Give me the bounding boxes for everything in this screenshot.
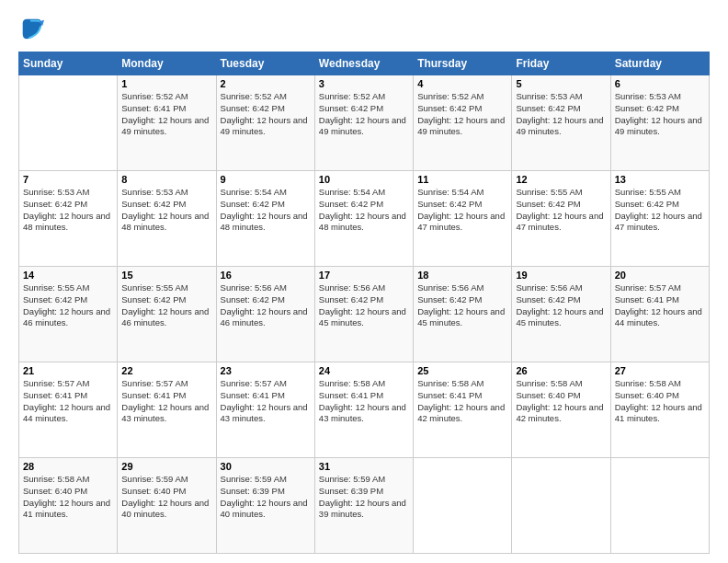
day-cell: 14Sunrise: 5:55 AM Sunset: 6:42 PM Dayli… bbox=[19, 267, 118, 362]
header-row: SundayMondayTuesdayWednesdayThursdayFrid… bbox=[19, 52, 710, 75]
day-info: Sunrise: 5:57 AM Sunset: 6:41 PM Dayligh… bbox=[121, 378, 211, 425]
header bbox=[18, 17, 710, 42]
day-info: Sunrise: 5:53 AM Sunset: 6:42 PM Dayligh… bbox=[615, 91, 705, 138]
day-cell: 2Sunrise: 5:52 AM Sunset: 6:42 PM Daylig… bbox=[216, 75, 314, 171]
day-number: 13 bbox=[615, 174, 705, 185]
day-number: 31 bbox=[319, 461, 409, 472]
day-info: Sunrise: 5:56 AM Sunset: 6:42 PM Dayligh… bbox=[221, 282, 311, 329]
day-cell: 17Sunrise: 5:56 AM Sunset: 6:42 PM Dayli… bbox=[314, 267, 413, 362]
day-cell: 4Sunrise: 5:52 AM Sunset: 6:42 PM Daylig… bbox=[414, 75, 512, 171]
day-cell bbox=[19, 75, 118, 171]
day-number: 14 bbox=[23, 270, 113, 281]
day-cell: 27Sunrise: 5:58 AM Sunset: 6:40 PM Dayli… bbox=[610, 362, 709, 458]
day-info: Sunrise: 5:55 AM Sunset: 6:42 PM Dayligh… bbox=[23, 282, 113, 329]
day-number: 23 bbox=[221, 365, 311, 376]
header-day-sunday: Sunday bbox=[19, 52, 118, 75]
day-number: 5 bbox=[516, 78, 606, 89]
day-cell bbox=[610, 458, 709, 554]
day-info: Sunrise: 5:57 AM Sunset: 6:41 PM Dayligh… bbox=[615, 282, 705, 329]
day-info: Sunrise: 5:57 AM Sunset: 6:41 PM Dayligh… bbox=[221, 378, 311, 425]
week-row-1: 1Sunrise: 5:52 AM Sunset: 6:41 PM Daylig… bbox=[19, 75, 710, 171]
day-cell: 21Sunrise: 5:57 AM Sunset: 6:41 PM Dayli… bbox=[19, 362, 118, 458]
page: SundayMondayTuesdayWednesdayThursdayFrid… bbox=[0, 0, 728, 563]
day-cell bbox=[512, 458, 610, 554]
calendar-header: SundayMondayTuesdayWednesdayThursdayFrid… bbox=[19, 52, 710, 75]
day-number: 22 bbox=[121, 365, 211, 376]
day-info: Sunrise: 5:59 AM Sunset: 6:39 PM Dayligh… bbox=[319, 474, 409, 521]
header-day-tuesday: Tuesday bbox=[216, 52, 314, 75]
day-info: Sunrise: 5:52 AM Sunset: 6:42 PM Dayligh… bbox=[319, 91, 409, 138]
day-info: Sunrise: 5:57 AM Sunset: 6:41 PM Dayligh… bbox=[23, 378, 113, 425]
day-cell: 10Sunrise: 5:54 AM Sunset: 6:42 PM Dayli… bbox=[314, 171, 413, 267]
day-info: Sunrise: 5:53 AM Sunset: 6:42 PM Dayligh… bbox=[23, 187, 113, 234]
day-cell: 8Sunrise: 5:53 AM Sunset: 6:42 PM Daylig… bbox=[118, 171, 216, 267]
day-number: 1 bbox=[121, 78, 211, 89]
day-number: 27 bbox=[615, 365, 705, 376]
day-cell: 30Sunrise: 5:59 AM Sunset: 6:39 PM Dayli… bbox=[216, 458, 314, 554]
day-cell: 7Sunrise: 5:53 AM Sunset: 6:42 PM Daylig… bbox=[19, 171, 118, 267]
day-number: 9 bbox=[221, 174, 311, 185]
header-day-friday: Friday bbox=[512, 52, 610, 75]
day-cell: 6Sunrise: 5:53 AM Sunset: 6:42 PM Daylig… bbox=[610, 75, 709, 171]
day-info: Sunrise: 5:56 AM Sunset: 6:42 PM Dayligh… bbox=[319, 282, 409, 329]
day-number: 16 bbox=[221, 270, 311, 281]
day-info: Sunrise: 5:58 AM Sunset: 6:40 PM Dayligh… bbox=[516, 378, 606, 425]
day-info: Sunrise: 5:55 AM Sunset: 6:42 PM Dayligh… bbox=[516, 187, 606, 234]
day-number: 18 bbox=[417, 270, 507, 281]
day-cell: 12Sunrise: 5:55 AM Sunset: 6:42 PM Dayli… bbox=[512, 171, 610, 267]
day-info: Sunrise: 5:54 AM Sunset: 6:42 PM Dayligh… bbox=[221, 187, 311, 234]
day-cell: 13Sunrise: 5:55 AM Sunset: 6:42 PM Dayli… bbox=[610, 171, 709, 267]
day-number: 17 bbox=[319, 270, 409, 281]
day-cell: 22Sunrise: 5:57 AM Sunset: 6:41 PM Dayli… bbox=[118, 362, 216, 458]
day-cell: 19Sunrise: 5:56 AM Sunset: 6:42 PM Dayli… bbox=[512, 267, 610, 362]
day-info: Sunrise: 5:58 AM Sunset: 6:41 PM Dayligh… bbox=[319, 378, 409, 425]
day-info: Sunrise: 5:52 AM Sunset: 6:42 PM Dayligh… bbox=[417, 91, 507, 138]
day-cell: 29Sunrise: 5:59 AM Sunset: 6:40 PM Dayli… bbox=[118, 458, 216, 554]
day-cell: 9Sunrise: 5:54 AM Sunset: 6:42 PM Daylig… bbox=[216, 171, 314, 267]
day-number: 21 bbox=[23, 365, 113, 376]
day-number: 24 bbox=[319, 365, 409, 376]
day-info: Sunrise: 5:55 AM Sunset: 6:42 PM Dayligh… bbox=[615, 187, 705, 234]
header-day-thursday: Thursday bbox=[414, 52, 512, 75]
day-number: 8 bbox=[121, 174, 211, 185]
day-number: 26 bbox=[516, 365, 606, 376]
day-info: Sunrise: 5:58 AM Sunset: 6:41 PM Dayligh… bbox=[417, 378, 507, 425]
day-number: 7 bbox=[23, 174, 113, 185]
day-cell: 16Sunrise: 5:56 AM Sunset: 6:42 PM Dayli… bbox=[216, 267, 314, 362]
day-info: Sunrise: 5:55 AM Sunset: 6:42 PM Dayligh… bbox=[121, 282, 211, 329]
week-row-5: 28Sunrise: 5:58 AM Sunset: 6:40 PM Dayli… bbox=[19, 458, 710, 554]
day-info: Sunrise: 5:58 AM Sunset: 6:40 PM Dayligh… bbox=[615, 378, 705, 425]
day-info: Sunrise: 5:54 AM Sunset: 6:42 PM Dayligh… bbox=[417, 187, 507, 234]
day-cell bbox=[414, 458, 512, 554]
day-number: 11 bbox=[417, 174, 507, 185]
header-day-monday: Monday bbox=[118, 52, 216, 75]
day-cell: 3Sunrise: 5:52 AM Sunset: 6:42 PM Daylig… bbox=[314, 75, 413, 171]
calendar-body: 1Sunrise: 5:52 AM Sunset: 6:41 PM Daylig… bbox=[19, 75, 710, 554]
logo bbox=[18, 17, 48, 42]
week-row-3: 14Sunrise: 5:55 AM Sunset: 6:42 PM Dayli… bbox=[19, 267, 710, 362]
day-number: 29 bbox=[121, 461, 211, 472]
day-cell: 11Sunrise: 5:54 AM Sunset: 6:42 PM Dayli… bbox=[414, 171, 512, 267]
day-cell: 25Sunrise: 5:58 AM Sunset: 6:41 PM Dayli… bbox=[414, 362, 512, 458]
day-cell: 1Sunrise: 5:52 AM Sunset: 6:41 PM Daylig… bbox=[118, 75, 216, 171]
day-number: 28 bbox=[23, 461, 113, 472]
day-number: 15 bbox=[121, 270, 211, 281]
logo-icon bbox=[18, 17, 44, 42]
day-info: Sunrise: 5:58 AM Sunset: 6:40 PM Dayligh… bbox=[23, 474, 113, 521]
day-number: 20 bbox=[615, 270, 705, 281]
day-info: Sunrise: 5:56 AM Sunset: 6:42 PM Dayligh… bbox=[516, 282, 606, 329]
day-number: 6 bbox=[615, 78, 705, 89]
day-info: Sunrise: 5:54 AM Sunset: 6:42 PM Dayligh… bbox=[319, 187, 409, 234]
week-row-2: 7Sunrise: 5:53 AM Sunset: 6:42 PM Daylig… bbox=[19, 171, 710, 267]
day-info: Sunrise: 5:59 AM Sunset: 6:39 PM Dayligh… bbox=[221, 474, 311, 521]
header-day-saturday: Saturday bbox=[610, 52, 709, 75]
day-cell: 28Sunrise: 5:58 AM Sunset: 6:40 PM Dayli… bbox=[19, 458, 118, 554]
header-day-wednesday: Wednesday bbox=[314, 52, 413, 75]
day-info: Sunrise: 5:59 AM Sunset: 6:40 PM Dayligh… bbox=[121, 474, 211, 521]
day-cell: 20Sunrise: 5:57 AM Sunset: 6:41 PM Dayli… bbox=[610, 267, 709, 362]
day-number: 4 bbox=[417, 78, 507, 89]
day-info: Sunrise: 5:52 AM Sunset: 6:41 PM Dayligh… bbox=[121, 91, 211, 138]
day-number: 30 bbox=[221, 461, 311, 472]
day-cell: 24Sunrise: 5:58 AM Sunset: 6:41 PM Dayli… bbox=[314, 362, 413, 458]
day-number: 19 bbox=[516, 270, 606, 281]
